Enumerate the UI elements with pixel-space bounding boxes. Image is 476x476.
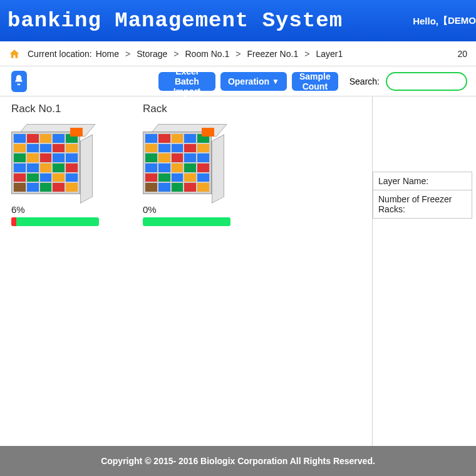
- breadcrumb-room[interactable]: Room No.1: [185, 49, 230, 59]
- greeting-prefix: Hello,: [413, 16, 438, 26]
- rack-title: Rack No.1: [11, 103, 105, 115]
- rack-progress-fill: [11, 217, 16, 226]
- rack-title: Rack: [143, 103, 237, 115]
- table-row: Number of Freezer Racks:: [373, 190, 472, 219]
- rack-grid: Rack No.1 6% Rack: [0, 96, 373, 446]
- breadcrumb-home[interactable]: Home: [96, 49, 119, 59]
- breadcrumb-storage[interactable]: Storage: [137, 49, 167, 59]
- rack-image: [11, 120, 93, 202]
- footer: Copyright © 2015- 2016 Biologix Corporat…: [0, 446, 476, 476]
- rack-image: [143, 120, 224, 202]
- breadcrumb-sep: >: [304, 49, 309, 59]
- sample-count-button[interactable]: Sample Count: [292, 72, 338, 91]
- breadcrumb-layer[interactable]: Layer1: [316, 49, 343, 59]
- search-input[interactable]: [386, 72, 467, 91]
- rack-card-1[interactable]: Rack No.1 6%: [11, 103, 105, 226]
- app-title: banking Management System: [8, 9, 343, 33]
- rack-progress-bar: [11, 217, 99, 226]
- breadcrumb-sep: >: [125, 49, 130, 59]
- user-name: 【DEMO: [438, 15, 476, 27]
- copyright-text: Copyright © 2015- 2016 Biologix Corporat…: [101, 456, 375, 466]
- breadcrumb-freezer[interactable]: Freezer No.1: [247, 49, 299, 59]
- table-row: Layer Name:: [373, 172, 472, 190]
- chevron-down-icon: ▼: [272, 77, 279, 86]
- breadcrumb: Current location: Home > Storage > Room …: [0, 41, 476, 66]
- user-greeting: Hello, 【DEMO: [413, 0, 476, 41]
- rack-card-2[interactable]: Rack 0%: [143, 103, 237, 226]
- breadcrumb-sep: >: [173, 49, 178, 59]
- rack-progress-bar: [143, 217, 230, 226]
- operation-dropdown-button[interactable]: Operation ▼: [220, 72, 287, 91]
- toolbar-buttons: Excel Batch Import Operation ▼ Sample Co…: [158, 72, 338, 91]
- breadcrumb-label: Current location:: [28, 49, 92, 59]
- app-header: banking Management System Hello, 【DEMO: [0, 0, 476, 41]
- num-racks-label: Number of Freezer Racks:: [373, 190, 472, 219]
- home-icon[interactable]: [9, 48, 20, 59]
- layer-name-label: Layer Name:: [373, 172, 472, 190]
- content-body: Rack No.1 6% Rack: [0, 96, 476, 446]
- excel-batch-import-button[interactable]: Excel Batch Import: [158, 72, 215, 91]
- rack-percent: 0%: [143, 204, 237, 215]
- breadcrumb-timestamp: 20: [457, 49, 467, 59]
- bell-icon: [13, 74, 25, 89]
- rack-percent: 6%: [11, 204, 105, 215]
- info-sidebar: Layer Name: Number of Freezer Racks:: [373, 96, 476, 446]
- operation-label: Operation: [228, 76, 269, 86]
- toolbar: Excel Batch Import Operation ▼ Sample Co…: [0, 66, 476, 96]
- search-label: Search:: [349, 76, 380, 86]
- breadcrumb-sep: >: [235, 49, 241, 59]
- layer-info-table: Layer Name: Number of Freezer Racks:: [373, 172, 472, 219]
- notifications-button[interactable]: [11, 71, 27, 92]
